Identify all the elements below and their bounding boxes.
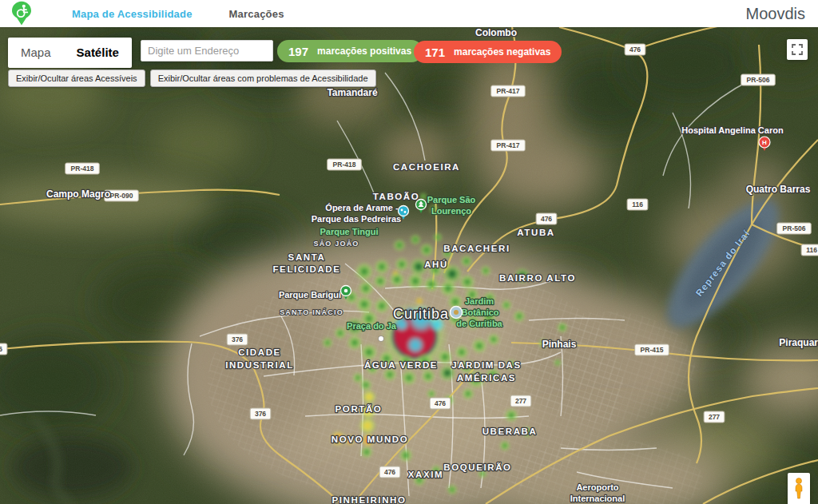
map-label: PINHEIRINHO [332, 495, 407, 504]
nav-item-marcacoes[interactable]: Marcações [229, 8, 284, 20]
map-label: FELICIDADE [273, 264, 341, 274]
map-label: Parque das Pedreiras [312, 214, 402, 224]
toggle-accessible-areas-button[interactable]: Exibir/Ocultar áreas Acessíveis [8, 69, 145, 87]
heat-blob [419, 243, 434, 257]
heat-blob [360, 446, 373, 458]
nav-item-mapa-de-acessibilidade[interactable]: Mapa de Acessibilidade [72, 8, 193, 20]
positive-label: marcações positivas [317, 46, 411, 57]
svg-text:PR-418: PR-418 [71, 165, 94, 173]
negative-count: 171 [425, 46, 445, 59]
heat-blob [322, 337, 333, 348]
map-label: Botânico [461, 308, 498, 317]
road-shield: PR-417 [491, 85, 526, 97]
map-label: CACHOEIRA [393, 162, 460, 172]
heat-blob [433, 232, 443, 242]
map-label: XAXIM [408, 470, 443, 479]
heat-blob [395, 257, 409, 272]
heat-blob [399, 448, 413, 462]
road-shield: 476 [379, 466, 400, 478]
svg-text:PR-506: PR-506 [747, 76, 770, 84]
road-shield: 277 [704, 411, 725, 423]
road-shield: PR-506 [777, 223, 812, 234]
svg-text:PR-417: PR-417 [497, 87, 520, 95]
heat-blob [460, 255, 473, 268]
heat-blob [504, 408, 518, 423]
map-label: BAIRRO ALTO [499, 273, 576, 283]
heat-blob [401, 370, 417, 386]
app-root: PR-090PR-418PR-418PR-417PR-4174764764764… [0, 0, 818, 504]
road-shield: 277 [510, 395, 531, 407]
map-label: Pinhais [542, 339, 577, 350]
map-label: SÃO JOÃO [313, 240, 359, 248]
map-label: SANTA [288, 252, 326, 262]
heat-blob [359, 417, 376, 435]
map-label: ATUBA [517, 228, 554, 237]
map-type-mapa-button[interactable]: Mapa [8, 38, 64, 68]
heat-blob [407, 272, 424, 290]
heat-blob [374, 298, 390, 314]
main-nav: Mapa de Acessibilidade Marcações [72, 8, 284, 20]
map-label: Piraquara [779, 337, 818, 348]
map-label: AHÚ [424, 260, 448, 269]
svg-text:116: 116 [632, 200, 643, 208]
pegman-button[interactable] [788, 473, 810, 504]
app-header: Mapa de Acessibilidade Marcações Moovdis [0, 0, 818, 27]
logo-accessibility-pin-icon[interactable] [11, 1, 32, 26]
svg-text:476: 476 [384, 468, 395, 476]
road-shield: PR-417 [491, 140, 526, 151]
road-shield: PR-418 [328, 159, 362, 170]
brand-moovdis: Moovdis [746, 5, 805, 23]
map-label: Internacional [570, 494, 625, 503]
svg-text:H: H [762, 139, 767, 146]
svg-text:PR-090: PR-090 [110, 192, 133, 200]
svg-text:476: 476 [541, 215, 552, 223]
svg-text:277: 277 [709, 413, 720, 421]
heat-blob [554, 359, 562, 367]
road-shield: PR-415 [635, 344, 669, 355]
heat-blob [447, 484, 458, 495]
road-shield: 116 [627, 199, 648, 210]
road-shield: 476 [430, 398, 451, 409]
area-toggle-buttons: Exibir/Ocultar áreas Acessíveis Exibir/O… [8, 69, 376, 87]
pegman-icon [792, 477, 806, 501]
svg-text:PR-418: PR-418 [333, 161, 356, 169]
positive-markings-badge: 197 marcações positivas [277, 40, 423, 62]
svg-text:277: 277 [515, 397, 526, 405]
svg-text:376: 376 [232, 335, 243, 343]
heat-blob [459, 274, 475, 290]
negative-markings-badge: 171 marcações negativas [414, 41, 562, 63]
heat-blob [393, 239, 406, 252]
road-shield: PR-418 [66, 163, 100, 174]
map-label: ÁGUA VERDE [364, 360, 438, 370]
map-type-satelite-button[interactable]: Satélite [64, 38, 132, 68]
heat-blob [499, 440, 510, 451]
heat-blob [421, 369, 435, 383]
heat-blob [480, 265, 491, 276]
map-label: Ópera de Arame - [325, 203, 399, 212]
heat-blob [358, 280, 374, 296]
fullscreen-button[interactable] [787, 39, 808, 60]
map-label: AMÉRICAS [457, 373, 516, 383]
map-label: Jardim [465, 296, 494, 306]
heat-blob [437, 349, 453, 365]
map-label: Parque Barigui [279, 290, 341, 300]
heat-blob [423, 276, 439, 292]
heat-blob [406, 335, 425, 355]
map-marker-dot-marker[interactable] [379, 336, 384, 342]
road-shield: 116 [801, 244, 818, 256]
toggle-problem-areas-button[interactable]: Exibir/Ocultar áreas com problemas de Ac… [150, 69, 376, 87]
map-label: BACACHERI [443, 244, 510, 253]
road-shield: 476 [625, 44, 645, 55]
map-label: Lourenço [431, 206, 471, 216]
heat-blob [501, 300, 512, 311]
map-label: BOQUEIRÃO [443, 462, 511, 472]
svg-text:PR-417: PR-417 [497, 141, 520, 149]
heat-blob [360, 343, 378, 361]
address-search-input[interactable] [141, 40, 273, 62]
map-label: Colombo [475, 27, 517, 38]
heat-blob [455, 345, 469, 359]
map-label: Campo Magro [46, 189, 110, 200]
heat-blob [373, 274, 387, 288]
heat-blob [334, 327, 347, 339]
map-marker-poi-circle[interactable] [451, 307, 463, 319]
